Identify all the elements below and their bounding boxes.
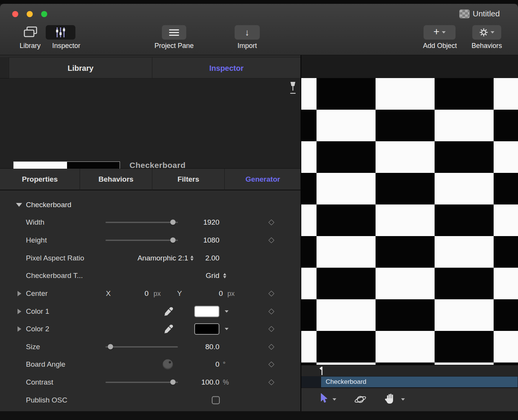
chevron-down-icon[interactable] [225,328,229,330]
size-label: Size [26,343,40,351]
disclosure-right-icon[interactable] [18,291,21,296]
param-row-checkerboard-type: Checkerboard T... Grid [0,267,301,284]
canvas-pasteboard [301,55,518,78]
param-group-checkerboard[interactable]: Checkerboard [0,196,301,214]
slider-thumb[interactable] [170,380,176,385]
height-slider[interactable] [106,240,178,241]
param-row-board-angle: Board Angle 0 ° [0,355,301,373]
color2-label: Color 2 [26,325,49,333]
color1-swatch[interactable] [194,306,219,317]
tab-properties[interactable]: Properties [0,169,80,190]
board-angle-unit: ° [223,360,225,368]
param-row-pixel-aspect-ratio: Pixel Aspect Ratio Anamorphic 2:1 2.00 [0,249,301,267]
keyframe-diamond-icon[interactable] [269,291,275,297]
board-angle-value[interactable]: 0 [215,360,219,369]
mini-timeline: Checkerboard [301,376,518,388]
import-down-arrow-icon: ↓ [245,28,249,37]
close-window-button[interactable] [12,11,18,17]
inspector-button-label: Inspector [45,42,88,50]
param-row-color2: Color 2 [0,320,301,338]
contrast-value[interactable]: 100.0 [201,378,219,386]
center-y-value[interactable]: 0 [219,289,223,298]
width-slider[interactable] [106,222,178,223]
keyframe-diamond-icon[interactable] [269,379,275,385]
chevron-down-icon[interactable] [225,310,229,313]
inspector-sliders-icon [53,26,68,39]
slider-thumb[interactable] [170,220,176,225]
motion-app-window: Untitled Library Inspector Project [0,0,518,420]
import-label: Import [229,42,266,50]
contrast-slider[interactable] [106,382,178,383]
width-value[interactable]: 1920 [203,218,219,227]
keyframe-diamond-icon[interactable] [269,361,275,367]
publish-osc-checkbox[interactable] [212,396,220,404]
window-title: Untitled [473,9,500,18]
popup-updown-icon[interactable] [223,273,226,278]
mini-timeline-ruler[interactable] [301,365,518,376]
pin-icon[interactable] [288,81,298,98]
slider-thumb[interactable] [108,344,113,350]
pan-hand-tool-icon[interactable] [384,393,396,405]
behaviors-button[interactable] [472,25,501,40]
add-object-label: Add Object [417,42,462,50]
timeline-layer-bar[interactable]: Checkerboard [321,377,518,387]
center-label: Center [26,289,48,298]
add-object-button[interactable]: + [424,25,456,40]
window-chrome: Untitled Library Inspector Project [0,4,518,55]
tab-behaviors[interactable]: Behaviors [80,169,152,190]
keyframe-diamond-icon[interactable] [269,344,275,350]
document-icon [459,10,470,18]
playhead-marker-icon[interactable] [319,366,325,376]
canvas-checkerboard[interactable] [301,78,518,365]
gear-icon [479,28,488,37]
center-x-unit: px [153,289,161,297]
param-row-contrast: Contrast 100.0 % [0,373,301,391]
tab-library[interactable]: Library [9,57,152,78]
contrast-unit: % [223,378,229,386]
window-bottom-edge [0,411,518,420]
size-value[interactable]: 80.0 [205,343,219,351]
angle-dial[interactable] [163,359,173,369]
checkerboard-type-label: Checkerboard T... [26,271,83,280]
select-arrow-tool-icon[interactable] [319,393,328,404]
keyframe-diamond-icon[interactable] [269,308,275,315]
disclosure-right-icon[interactable] [18,326,21,332]
inspector-view-button[interactable] [46,25,75,40]
chevron-down-icon[interactable] [333,398,336,401]
size-slider[interactable] [106,346,178,347]
zoom-window-button[interactable] [41,11,47,17]
project-pane-list-icon [169,29,179,36]
dial-indicator-dot [169,361,171,363]
tab-filters[interactable]: Filters [152,169,225,190]
param-group-label: Checkerboard [26,201,71,209]
height-label: Height [26,236,47,244]
popup-updown-icon[interactable] [190,256,193,261]
height-value[interactable]: 1080 [203,236,219,244]
color2-swatch[interactable] [194,323,219,335]
keyframe-diamond-icon[interactable] [269,237,275,243]
selection-header: Checkerboard [0,78,301,169]
transform-3d-tool-icon[interactable] [353,393,367,406]
eyedropper-icon[interactable] [164,324,174,334]
eyedropper-icon[interactable] [164,307,174,316]
chevron-down-icon[interactable] [401,398,405,401]
library-view-button[interactable] [20,25,41,40]
disclosure-down-icon[interactable] [16,203,22,207]
tab-inspector[interactable]: Inspector [152,57,301,78]
disclosure-right-icon[interactable] [18,309,21,314]
keyframe-diamond-icon[interactable] [269,326,275,332]
pixel-aspect-ratio-value[interactable]: 2.00 [205,254,219,262]
slider-thumb[interactable] [170,238,176,243]
library-panels-icon [23,26,38,39]
minimize-window-button[interactable] [27,11,33,17]
center-x-value[interactable]: 0 [144,289,149,298]
center-y-label: Y [177,289,182,298]
tab-generator[interactable]: Generator [225,169,301,190]
keyframe-diamond-icon[interactable] [269,219,275,225]
publish-osc-label: Publish OSC [26,396,67,404]
pixel-aspect-ratio-popup[interactable]: Anamorphic 2:1 [137,254,188,262]
checkerboard-type-popup[interactable]: Grid [206,271,219,280]
import-button[interactable]: ↓ [235,25,260,40]
project-pane-button[interactable] [162,25,186,40]
center-x-label: X [106,289,111,298]
